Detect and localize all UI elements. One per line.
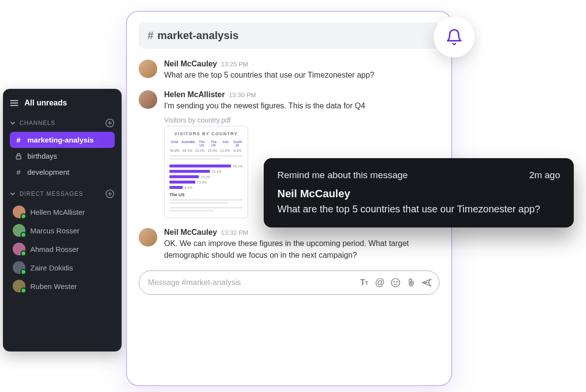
- avatar: [13, 224, 25, 237]
- message-time: 13:25 PM: [221, 61, 248, 68]
- avatar: [139, 60, 157, 78]
- avatar: [139, 228, 157, 247]
- attachment-filename: Visitors by country.pdf: [164, 116, 440, 124]
- avatar: [13, 280, 25, 292]
- attachment-title: VISITORS BY COUNTRY: [169, 131, 243, 136]
- dm-section-header[interactable]: DIRECT MESSAGES: [10, 189, 115, 199]
- hash-icon: #: [15, 168, 22, 176]
- send-icon: [421, 278, 432, 288]
- dm-ruben-wester[interactable]: Ruben Wester: [10, 277, 115, 295]
- at-icon: @: [375, 277, 385, 288]
- attach-button[interactable]: [406, 277, 417, 288]
- chart-bar: 13.4%: [169, 180, 243, 184]
- svg-point-10: [392, 278, 400, 287]
- mention-button[interactable]: @: [375, 277, 385, 288]
- chevron-down-icon: [10, 120, 16, 126]
- message-text: I'm sending you the newest figures. This…: [164, 100, 440, 111]
- notifications-button[interactable]: [434, 17, 475, 58]
- dm-label: DIRECT MESSAGES: [20, 190, 83, 197]
- message[interactable]: Neil McCauley 13:25 PM What are the top …: [139, 60, 440, 81]
- channel-label: development: [27, 168, 69, 176]
- toast-text: What are the top 5 countries that use ou…: [277, 202, 560, 216]
- channel-label: marketing-analysis: [27, 136, 94, 144]
- message-text: OK. We can improve these figures in the …: [164, 238, 440, 260]
- chevron-down-icon: [10, 191, 16, 197]
- bell-icon: [445, 28, 463, 46]
- chart-bar: 8.2%: [169, 186, 243, 189]
- message-text: What are the top 5 countries that use ou…: [164, 69, 440, 81]
- sidebar: All unreads CHANNELS # marketing-analysi…: [3, 89, 122, 351]
- message-author: Neil McCauley: [164, 228, 217, 237]
- plus-circle-icon: [105, 189, 114, 198]
- chart-bar: 15.2%: [169, 175, 243, 179]
- paperclip-icon: [407, 278, 416, 288]
- add-dm-button[interactable]: [105, 189, 115, 199]
- status-online-icon: [21, 250, 26, 256]
- svg-point-11: [394, 281, 395, 282]
- toast-title: Remind me about this message: [277, 170, 408, 181]
- dm-marcus-rosser[interactable]: Marcus Rosser: [10, 221, 115, 240]
- message-time: 13:32 PM: [221, 229, 248, 236]
- dm-ahmad-rosser[interactable]: Ahmad Rosser: [10, 240, 115, 258]
- message-author: Neil McCauley: [164, 60, 217, 68]
- svg-rect-6: [17, 156, 21, 159]
- channels-label: CHANNELS: [20, 120, 55, 126]
- send-button[interactable]: [421, 277, 432, 288]
- status-online-icon: [21, 213, 26, 219]
- avatar: [139, 90, 157, 109]
- text-format-icon: TT: [360, 278, 369, 287]
- list-icon: [10, 100, 19, 106]
- attachment-preview[interactable]: VISITORS BY COUNTRY India Australia The …: [164, 126, 248, 218]
- avatar: [13, 243, 25, 255]
- message[interactable]: Neil McCauley 13:32 PM OK. We can improv…: [139, 228, 440, 260]
- channels-section-header[interactable]: CHANNELS: [10, 118, 115, 128]
- toast-age: 2m ago: [529, 170, 560, 181]
- add-channel-button[interactable]: [105, 118, 115, 128]
- chart-bar: 45.1%: [169, 164, 243, 168]
- dm-label: Ahmad Rosser: [30, 245, 79, 253]
- message-composer: TT @: [139, 270, 440, 295]
- status-online-icon: [21, 232, 26, 238]
- chart-bar: 25.1%: [169, 169, 243, 173]
- all-unreads-label: All unreads: [24, 99, 67, 107]
- sidebar-channel-marketing-analysis[interactable]: # marketing-analysis: [10, 132, 115, 148]
- toast-author: Neil McCauley: [277, 187, 560, 200]
- emoji-button[interactable]: [390, 277, 401, 288]
- sidebar-channel-development[interactable]: # development: [10, 164, 115, 180]
- avatar: [13, 261, 25, 274]
- dm-hellen-mcallister[interactable]: Hellen McAllister: [10, 203, 115, 221]
- smiley-icon: [391, 278, 400, 288]
- lock-icon: [15, 153, 22, 160]
- table-row: 56.8% 49.1% 15.2% 15.4% 12.4% 8.2%: [169, 149, 243, 152]
- status-online-icon: [21, 288, 26, 293]
- dm-zaire-dokidis[interactable]: Zaire Dokidis: [10, 258, 115, 277]
- status-online-icon: [21, 269, 26, 275]
- dm-label: Hellen McAllister: [30, 208, 85, 216]
- message-author: Helen McAllister: [164, 90, 225, 99]
- message-time: 13:30 PM: [229, 91, 256, 99]
- avatar: [13, 206, 25, 218]
- dm-label: Ruben Wester: [30, 282, 77, 290]
- all-unreads[interactable]: All unreads: [10, 99, 115, 107]
- hash-icon: #: [15, 136, 22, 144]
- reminder-toast[interactable]: Remind me about this message 2m ago Neil…: [264, 158, 574, 227]
- plus-circle-icon: [105, 119, 114, 127]
- dm-label: Marcus Rosser: [30, 227, 80, 235]
- message-input[interactable]: [148, 278, 354, 287]
- channel-name: market-analysis: [157, 29, 238, 42]
- dm-label: Zaire Dokidis: [30, 264, 73, 272]
- channel-label: birthdays: [27, 152, 57, 160]
- attachment-subheading: The US: [169, 192, 243, 197]
- sidebar-channel-birthdays[interactable]: birthdays: [10, 148, 115, 164]
- hash-icon: #: [147, 29, 153, 42]
- table-header: India Australia The US The UK Iran South…: [169, 140, 243, 147]
- svg-point-12: [397, 281, 398, 282]
- formatting-button[interactable]: TT: [359, 277, 370, 288]
- channel-header[interactable]: # market-analysis: [139, 22, 440, 49]
